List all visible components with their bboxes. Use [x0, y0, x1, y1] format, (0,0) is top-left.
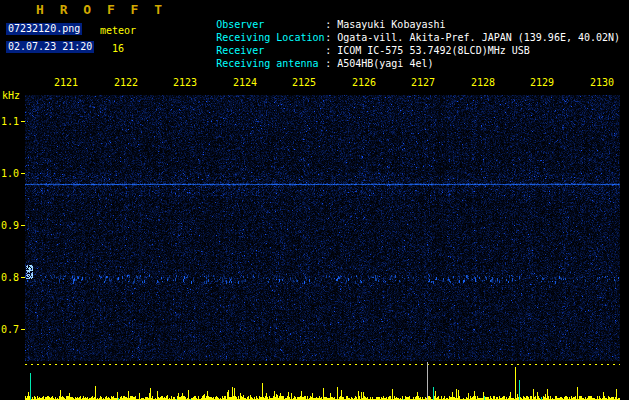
filename-label: 07232120.png [6, 23, 82, 35]
time-tick-label: 2127 [411, 77, 435, 89]
freq-axis-unit: kHz [2, 90, 20, 102]
time-tick-label: 2125 [292, 77, 316, 89]
time-tick-label: 2122 [114, 77, 138, 89]
freq-tick-label: 0.7 [0, 324, 19, 336]
info-separator: : [325, 58, 337, 69]
info-separator: : [325, 19, 337, 30]
info-label: Receiver [216, 45, 325, 57]
info-value: Masayuki Kobayashi [337, 19, 445, 30]
echo-count-label: 16 [112, 43, 124, 55]
freq-tick-label: 0.9 [0, 220, 19, 232]
info-separator: : [325, 32, 337, 43]
info-row-observer: Observer:Masayuki Kobayashi [180, 7, 620, 20]
time-tick-label: 2123 [173, 77, 197, 89]
freq-tick-label: 0.8 [0, 272, 19, 284]
time-tick-label: 2130 [590, 77, 614, 89]
signal-meter-canvas [25, 362, 620, 400]
info-label: Receiving Location [216, 32, 325, 44]
time-tick-label: 2128 [471, 77, 495, 89]
hrofft-screen: H R O F F T 07232120.png meteor 02.07.23… [0, 0, 629, 400]
time-tick-label: 2129 [530, 77, 554, 89]
info-value: ICOM IC-575 53.7492(8LCD)MHz USB [337, 45, 530, 56]
time-tick-label: 2121 [54, 77, 78, 89]
spectrogram-canvas [25, 95, 620, 361]
info-label: Observer [216, 19, 325, 31]
info-label: Receiving antenna [216, 58, 325, 70]
freq-tick-label: 1.1 [0, 116, 19, 128]
station-info: Observer:Masayuki Kobayashi Receiving Lo… [180, 7, 620, 59]
time-tick-label: 2124 [233, 77, 257, 89]
time-tick-label: 2126 [352, 77, 376, 89]
app-title: H R O F F T [36, 4, 166, 16]
datetime-label: 02.07.23 21:20 [6, 41, 94, 53]
info-value: Ogata-vill. Akita-Pref. JAPAN (139.96E, … [337, 32, 620, 43]
info-value: A504HB(yagi 4el) [337, 58, 433, 69]
info-separator: : [325, 45, 337, 56]
freq-tick-label: 1.0 [0, 168, 19, 180]
mode-label: meteor [100, 25, 136, 37]
